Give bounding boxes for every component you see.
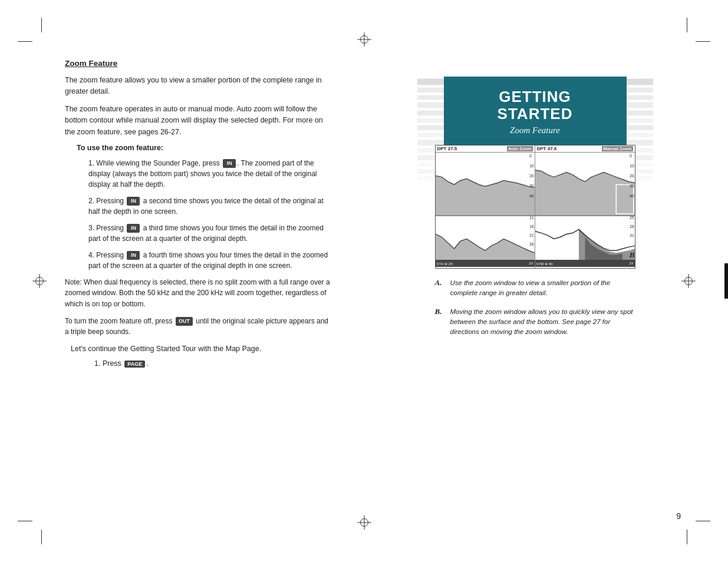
label-b: B bbox=[630, 250, 635, 260]
turn-off-text: To turn the zoom feature off, press OUT … bbox=[65, 316, 330, 338]
right-bar bbox=[724, 263, 728, 299]
step-2: 2. Pressing IN a second time shows you t… bbox=[88, 196, 330, 217]
banner-subtitle: Zoom Feature bbox=[462, 125, 609, 135]
caption-a-text: Use the zoom window to view a smaller po… bbox=[450, 278, 635, 299]
press-text: 1. Press PAGE. bbox=[94, 359, 330, 368]
screen-a-header: DPT 27.5 Auto Zoom bbox=[436, 146, 535, 153]
btn-in-4: IN bbox=[127, 251, 140, 260]
btn-out: OUT bbox=[176, 317, 193, 326]
step-1-text: 1. While viewing the Sounder Page, press… bbox=[88, 159, 317, 189]
right-col-inner: GETTING STARTED Zoom Feature DPT 27.5 Au… bbox=[435, 77, 635, 345]
svg-marker-17 bbox=[535, 170, 635, 216]
screen-b-header: DPT 47.9 Manual Zoom bbox=[535, 146, 635, 153]
steps-list: 1. While viewing the Sounder Page, press… bbox=[88, 158, 330, 271]
left-column: Zoom Feature The zoom feature allows you… bbox=[0, 0, 365, 562]
screen-a: DPT 27.5 Auto Zoom 010203040 11162126 bbox=[436, 146, 535, 268]
screen-a-mode: Auto Zoom bbox=[507, 146, 533, 151]
para1: The zoom feature allows you to view a sm… bbox=[65, 75, 330, 98]
caption-b: B. Moving the zoom window allows you to … bbox=[435, 307, 635, 338]
btn-in-2: IN bbox=[127, 197, 140, 206]
screen-a-body: 010203040 11162126 bbox=[436, 153, 535, 267]
screen-b-svg bbox=[535, 153, 635, 267]
captions-area: A. Use the zoom window to view a smaller… bbox=[435, 278, 635, 337]
page-number: 9 bbox=[676, 511, 681, 521]
btn-page: PAGE bbox=[124, 361, 145, 368]
caption-a: A. Use the zoom window to view a smaller… bbox=[435, 278, 635, 299]
step-3: 3. Pressing IN a third time shows you fo… bbox=[88, 223, 330, 244]
para2: The zoom feature operates in auto or man… bbox=[65, 104, 330, 138]
screen-a-svg bbox=[436, 153, 535, 267]
svg-marker-14 bbox=[436, 176, 535, 216]
banner-title: GETTING STARTED bbox=[462, 88, 609, 122]
caption-a-letter: A. bbox=[435, 278, 448, 287]
caption-b-text: Moving the zoom window allows you to qui… bbox=[450, 307, 635, 338]
step-3-text: 3. Pressing IN a third time shows you fo… bbox=[88, 224, 324, 243]
page-container: Zoom Feature The zoom feature allows you… bbox=[0, 0, 728, 562]
sounder-container: DPT 27.5 Auto Zoom 010203040 11162126 bbox=[435, 145, 635, 345]
continue-text: Let's continue the Getting Started Tour … bbox=[71, 343, 330, 355]
screen-b-depth: DPT 47.9 bbox=[537, 146, 557, 151]
btn-in-1: IN bbox=[223, 159, 236, 168]
step-2-text: 2. Pressing IN a second time shows you t… bbox=[88, 197, 324, 216]
note-text: Note: When dual frequency is selected, t… bbox=[65, 277, 330, 310]
screen-b-mode: Manual Zoom bbox=[602, 146, 633, 151]
step-1: 1. While viewing the Sounder Page, press… bbox=[88, 158, 330, 190]
screen-b-body: 010203040 252831 bbox=[535, 153, 635, 267]
right-column: GETTING STARTED Zoom Feature DPT 27.5 Au… bbox=[365, 0, 728, 562]
instruction-heading: To use the zoom feature: bbox=[77, 144, 330, 152]
section-title: Zoom Feature bbox=[65, 59, 330, 68]
screen-b: DPT 47.9 Manual Zoom 010203040 252831 bbox=[535, 146, 635, 268]
btn-in-3: IN bbox=[127, 224, 140, 233]
step-4: 4. Pressing IN a fourth time shows you f… bbox=[88, 250, 330, 271]
getting-started-banner: GETTING STARTED Zoom Feature bbox=[444, 77, 627, 145]
step-4-text: 4. Pressing IN a fourth time shows you f… bbox=[88, 251, 328, 270]
caption-b-letter: B. bbox=[435, 307, 448, 316]
screen-a-depth: DPT 27.5 bbox=[437, 146, 457, 151]
screens-row: DPT 27.5 Auto Zoom 010203040 11162126 bbox=[435, 145, 635, 269]
